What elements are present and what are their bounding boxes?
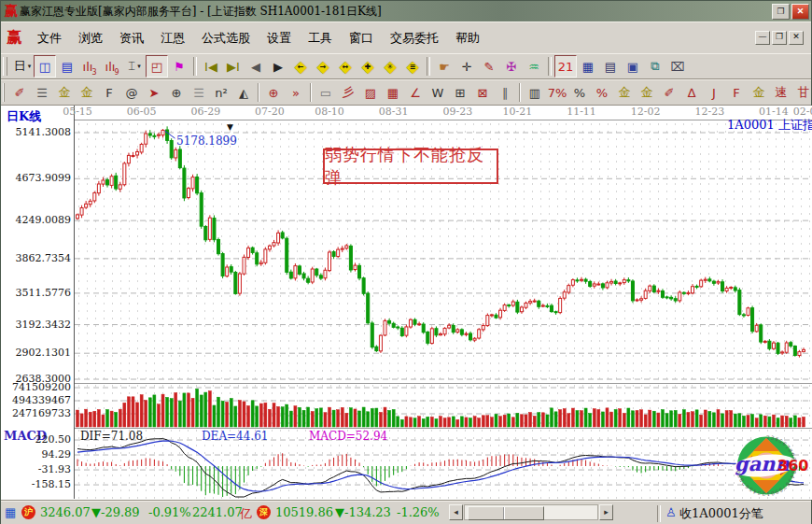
gold-angle-icon[interactable]: 金 xyxy=(748,81,770,104)
gann-nav-left-icon[interactable]: ◆← xyxy=(289,55,312,78)
speed-line-icon[interactable]: 速 xyxy=(770,81,792,104)
percent-table-icon[interactable]: ▥ xyxy=(524,81,546,104)
statusbar-divider xyxy=(657,505,661,522)
ink-icon[interactable]: ✐ xyxy=(658,81,680,104)
percent-icon[interactable]: % xyxy=(568,81,591,104)
calendar-icon[interactable]: 21 xyxy=(554,55,577,78)
shanghai-badge-icon: 沪 xyxy=(21,505,35,519)
gann-nav-all-icon[interactable]: ◆✳ xyxy=(379,55,401,78)
line-style-dropdown[interactable]: ⌶▾ xyxy=(123,55,146,78)
page-left-icon[interactable]: ◀ xyxy=(245,55,267,78)
fan-lines-icon[interactable]: 彡 xyxy=(337,81,359,104)
color-flag-icon[interactable]: ⚑ xyxy=(168,55,190,78)
gann-square-tool-icon[interactable]: ✠ xyxy=(500,55,523,78)
kline-view-icon[interactable]: ◫ xyxy=(34,55,56,78)
sz-change-value: ▼-134.23 xyxy=(335,505,391,519)
gann-nav-cross-icon[interactable]: ◆✚ xyxy=(357,55,379,78)
save-icon[interactable]: ▣ xyxy=(622,55,644,78)
sh-change-value: ▼-29.89 xyxy=(91,505,140,519)
gann-nav-eq-icon[interactable]: ◆≡ xyxy=(401,55,424,78)
wave-tool-icon[interactable]: ♒ xyxy=(523,55,545,78)
gold-line-icon[interactable]: 金 xyxy=(636,81,658,104)
f-line-icon[interactable]: F xyxy=(725,81,748,104)
toolbar-separator xyxy=(519,83,521,102)
goto-first-icon[interactable]: Ι◀ xyxy=(200,55,222,78)
calculator-icon[interactable]: ▦ xyxy=(577,55,599,78)
goto-last-icon[interactable]: ▶Ι xyxy=(222,55,245,78)
rect-tool-icon[interactable]: ▭ xyxy=(315,81,337,104)
shenzhen-badge-icon: 深 xyxy=(257,505,271,519)
wave-a-icon[interactable]: ∆ xyxy=(680,81,703,104)
menu-item-1[interactable]: 浏览 xyxy=(70,28,111,49)
close-button[interactable]: ✕ xyxy=(791,4,809,20)
page-right-icon[interactable]: ▶ xyxy=(267,55,289,78)
gann-nav-lr-icon[interactable]: ◆↔ xyxy=(334,55,357,78)
menu-item-9[interactable]: 帮助 xyxy=(447,28,488,49)
grid-tool-icon[interactable]: ☰ xyxy=(31,81,53,104)
tick-data-label[interactable]: 收1A0001分笔 xyxy=(679,505,763,522)
percent-line-icon[interactable]: 7% xyxy=(546,81,568,104)
sz-pct-value: -1.26% xyxy=(397,505,440,519)
a-line-icon[interactable]: ◭ xyxy=(232,81,255,104)
gold-grid-icon[interactable]: 金 xyxy=(53,81,76,104)
menu-item-4[interactable]: 公式选股 xyxy=(193,28,259,49)
gold-grid2-icon[interactable]: 金 xyxy=(76,81,98,104)
menu-item-0[interactable]: 文件 xyxy=(29,28,70,49)
volume-3-icon[interactable]: ılı3 xyxy=(78,55,101,78)
mdi-close-button[interactable]: ✕ xyxy=(789,31,804,45)
wave-lines-icon[interactable]: W xyxy=(427,81,449,104)
remote-icon[interactable]: ⌧ xyxy=(666,55,689,78)
sh-amount-value: 2241.07 xyxy=(192,505,243,519)
ticker-icon: ♙ xyxy=(665,505,677,519)
compass-icon[interactable]: ⊕ xyxy=(262,81,285,104)
info-f10-icon[interactable]: ▤ xyxy=(56,55,78,78)
rocket-icon[interactable]: ➤ xyxy=(143,81,165,104)
menu-item-3[interactable]: 江恩 xyxy=(152,28,193,49)
kline-window-icon[interactable]: ◰ xyxy=(146,55,168,78)
parallel-icon[interactable]: ∥ xyxy=(494,81,516,104)
n2-icon[interactable]: n² xyxy=(210,81,232,104)
circle-grid-icon[interactable]: ⊕ xyxy=(165,81,188,104)
annotation-box[interactable]: 弱势行情下不能抢反弹 xyxy=(323,149,498,184)
fan-box-icon[interactable]: ▨ xyxy=(359,81,382,104)
crosshair-tool-icon[interactable]: ✛ xyxy=(455,55,478,78)
window-title: 赢家江恩专业版[赢家内部服务平台] - [上证指数 SH1A0001-181日K… xyxy=(20,4,770,20)
mdi-minimize-button[interactable]: — xyxy=(755,31,770,45)
scrollbar-right-button[interactable]: ▸ xyxy=(599,504,613,520)
gann-angle-icon[interactable]: 甘 xyxy=(792,81,811,104)
mdi-window-buttons: — ❐ ✕ xyxy=(755,31,804,45)
menu-item-8[interactable]: 交易委托 xyxy=(382,28,447,49)
menu-item-2[interactable]: 资讯 xyxy=(111,28,152,49)
menu-item-7[interactable]: 窗口 xyxy=(341,28,382,49)
box-grid-icon[interactable]: ▦ xyxy=(382,81,404,104)
notes-icon[interactable]: ▤ xyxy=(599,55,622,78)
scrollbar-thumb[interactable] xyxy=(468,506,544,520)
hatch-icon[interactable]: ☰ xyxy=(188,81,210,104)
spiral-icon[interactable]: @ xyxy=(120,81,143,104)
gold-circle-icon[interactable]: 金 xyxy=(613,81,636,104)
volume-9-icon[interactable]: ılı9 xyxy=(101,55,123,78)
toolbar-grip xyxy=(3,57,7,76)
scrollbar-track[interactable] xyxy=(464,504,598,520)
more-icon[interactable]: » xyxy=(285,81,307,104)
fibo-grid-icon[interactable]: F xyxy=(98,81,120,104)
percent-gold-icon[interactable]: % xyxy=(591,81,613,104)
market-grid-icon[interactable]: ▦ xyxy=(5,505,16,519)
brush-icon[interactable]: ✐ xyxy=(8,81,31,104)
angle-fan-icon[interactable]: ∠ xyxy=(404,81,427,104)
sync-icon[interactable]: ⧉ xyxy=(644,55,666,78)
matrix-red-icon[interactable]: ⊠ xyxy=(471,81,494,104)
gann-nav-right-icon[interactable]: ◆→ xyxy=(312,55,334,78)
mdi-restore-button[interactable]: ❐ xyxy=(772,31,787,45)
angle-tool-icon[interactable]: ✎ xyxy=(478,55,500,78)
menu-item-5[interactable]: 设置 xyxy=(259,28,300,49)
hand-tool-icon[interactable]: ☛ xyxy=(433,55,455,78)
app-window: 赢 赢家江恩专业版[赢家内部服务平台] - [上证指数 SH1A0001-181… xyxy=(0,0,812,524)
menu-item-6[interactable]: 工具 xyxy=(300,28,341,49)
j-line-icon[interactable]: J xyxy=(703,81,725,104)
restore-button[interactable]: ❐ xyxy=(772,4,790,20)
period-day-dropdown[interactable]: 日▾ xyxy=(11,55,34,78)
status-bar: ▦ 沪 3246.07 ▼-29.89 -0.91% 2241.07 亿 深 1… xyxy=(1,500,811,524)
scrollbar-left-button[interactable]: ◂ xyxy=(449,504,463,520)
matrix-icon[interactable]: ⊞ xyxy=(449,81,471,104)
